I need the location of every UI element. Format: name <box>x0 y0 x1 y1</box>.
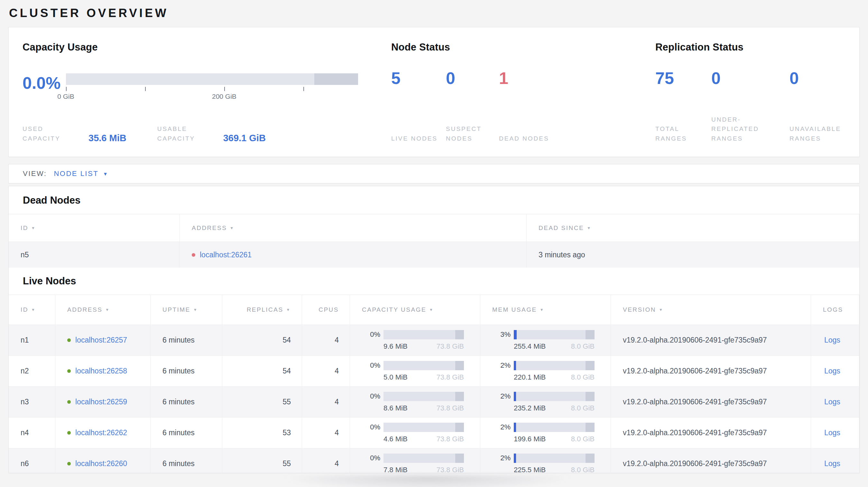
replication-stat-value: 0 <box>711 70 789 87</box>
replication-stat-label: UNAVAILABLE RANGES <box>789 124 846 143</box>
node-id-cell: n3 <box>9 386 55 417</box>
node-status-stat-label: LIVE NODES <box>391 134 446 143</box>
live-col-version-label: VERSION <box>623 306 656 313</box>
address-cell: localhost:26261 <box>180 241 527 268</box>
usage-percent: 2% <box>492 392 510 400</box>
node-status-panel: Node Status 501 LIVE NODESSUSPECT NODESD… <box>377 27 642 157</box>
sort-arrow-icon: ▼ <box>31 226 36 230</box>
live-col-mem-usage-label: MEM USAGE <box>492 306 537 313</box>
live-node-dot <box>67 431 71 434</box>
node-address-link[interactable]: localhost:26261 <box>200 251 252 259</box>
node-address-link[interactable]: localhost:26257 <box>75 336 127 345</box>
logs-link[interactable]: Logs <box>824 459 840 468</box>
live-col-address-label: ADDRESS <box>67 306 102 313</box>
usage-bar-row: 0% <box>362 454 464 463</box>
logs-link[interactable]: Logs <box>824 367 840 376</box>
view-dropdown[interactable]: NODE LIST ▼ <box>54 169 108 178</box>
live-col-mem-usage[interactable]: MEM USAGE▼ <box>480 295 611 325</box>
usage-percent: 0% <box>362 454 380 462</box>
live-col-id[interactable]: ID▼ <box>9 295 55 325</box>
usage-bar-reserved <box>586 423 594 432</box>
usage-bar-track <box>383 454 464 463</box>
node-address-link[interactable]: localhost:26258 <box>75 367 127 376</box>
live-col-version[interactable]: VERSION▼ <box>611 295 811 325</box>
live-col-capacity-usage[interactable]: CAPACITY USAGE▼ <box>350 295 480 325</box>
sort-arrow-icon: ▼ <box>540 307 544 312</box>
replication-status-panel: Replication Status 7500 TOTAL RANGESUNDE… <box>642 27 859 157</box>
replicas-cell: 54 <box>222 355 302 386</box>
usage-total-value: 73.8 GiB <box>436 373 464 382</box>
logs-cell: Logs <box>811 417 859 448</box>
node-address-link[interactable]: localhost:26262 <box>75 428 127 437</box>
view-bar: VIEW: NODE LIST ▼ <box>8 164 860 183</box>
usage-values-row: 255.4 MiB8.0 GiB <box>514 342 594 351</box>
usage-total-value: 73.8 GiB <box>436 466 464 474</box>
logs-link[interactable]: Logs <box>824 397 840 406</box>
dead-node-id-cell: n5 <box>9 241 180 268</box>
live-col-cpus-label: CPUS <box>318 306 339 313</box>
dead-col-address[interactable]: ADDRESS▼ <box>180 214 527 241</box>
dead-col-id[interactable]: ID▼ <box>9 214 180 241</box>
replication-status-title: Replication Status <box>655 41 859 53</box>
live-col-replicas[interactable]: REPLICAS▼ <box>222 295 302 325</box>
capacity-axis-tick <box>303 87 304 91</box>
version-cell: v19.2.0-alpha.20190606-2491-gfe735c9a97 <box>611 325 811 355</box>
node-status-stat-label: SUSPECT NODES <box>446 124 499 143</box>
usage-total-value: 73.8 GiB <box>436 404 464 412</box>
live-col-capacity-usage-label: CAPACITY USAGE <box>362 306 426 313</box>
replicas-cell: 55 <box>222 448 302 473</box>
usage-total-value: 8.0 GiB <box>571 342 594 351</box>
logs-cell: Logs <box>811 355 859 386</box>
capacity-usage-panel: Capacity Usage 0.0% 0 GiB200 GiB USED CA… <box>9 27 377 157</box>
summary-card: Capacity Usage 0.0% 0 GiB200 GiB USED CA… <box>8 27 860 157</box>
bottom-overlay-shadow <box>245 476 611 487</box>
replicas-cell: 55 <box>222 386 302 417</box>
usage-bar-row: 0% <box>362 361 464 370</box>
usage-bar-reserved <box>586 454 594 463</box>
view-dropdown-value[interactable]: NODE LIST <box>54 169 98 178</box>
logs-link[interactable]: Logs <box>824 428 840 437</box>
dead-col-id-label: ID <box>21 225 28 232</box>
capacity-gauge-axis: 0 GiB200 GiB <box>66 85 358 99</box>
capacity-stat: USABLE CAPACITY369.1 GiB <box>157 124 266 143</box>
usage-used-value: 235.2 MiB <box>514 404 546 412</box>
node-status-stat-label: DEAD NODES <box>499 134 555 143</box>
view-label: VIEW: <box>23 169 46 178</box>
node-id-cell: n4 <box>9 417 55 448</box>
usage-values-row: 7.8 MiB73.8 GiB <box>383 466 464 474</box>
capacity-usage-cell: 0%4.6 MiB73.8 GiB <box>350 417 480 448</box>
live-nodes-heading: Live Nodes <box>9 268 859 295</box>
version-cell: v19.2.0-alpha.20190606-2491-gfe735c9a97 <box>611 448 811 473</box>
live-col-address[interactable]: ADDRESS▼ <box>55 295 151 325</box>
usage-bar-track <box>383 392 464 401</box>
live-col-uptime[interactable]: UPTIME▼ <box>151 295 222 325</box>
dead-col-dead-since-label: DEAD SINCE <box>538 225 584 232</box>
dead-since-cell: 3 minutes ago <box>527 241 859 268</box>
live-col-uptime-label: UPTIME <box>162 306 190 313</box>
usage-percent: 2% <box>492 361 510 369</box>
version-cell: v19.2.0-alpha.20190606-2491-gfe735c9a97 <box>611 355 811 386</box>
node-status-stat-value: 0 <box>446 70 499 87</box>
replication-stat-label: UNDER-REPLICATED RANGES <box>711 115 768 143</box>
dead-col-dead-since[interactable]: DEAD SINCE▼ <box>527 214 859 241</box>
usage-bar-used <box>514 330 517 339</box>
replication-labels: TOTAL RANGESUNDER-REPLICATED RANGESUNAVA… <box>655 115 859 143</box>
usage-values-row: 4.6 MiB73.8 GiB <box>383 435 464 443</box>
usage-bar-row: 3% <box>492 330 594 339</box>
dead-nodes-table: ID▼ADDRESS▼DEAD SINCE▼n5localhost:262613… <box>9 214 859 268</box>
logs-cell: Logs <box>811 325 859 355</box>
logs-cell: Logs <box>811 386 859 417</box>
usage-total-value: 8.0 GiB <box>571 373 594 382</box>
mem-usage-cell: 2%235.2 MiB8.0 GiB <box>480 386 611 417</box>
node-address-link[interactable]: localhost:26260 <box>75 459 127 468</box>
usage-used-value: 7.8 MiB <box>383 466 408 474</box>
capacity-usage-cell: 0%7.8 MiB73.8 GiB <box>350 448 480 473</box>
capacity-axis-tick <box>66 87 67 91</box>
cpus-cell: 4 <box>302 355 350 386</box>
chevron-down-icon: ▼ <box>103 171 108 176</box>
node-address-link[interactable]: localhost:26259 <box>75 397 127 406</box>
usage-bar-row: 0% <box>362 423 464 432</box>
logs-link[interactable]: Logs <box>824 336 840 345</box>
capacity-percent: 0.0% <box>23 75 61 91</box>
logs-cell: Logs <box>811 448 859 473</box>
